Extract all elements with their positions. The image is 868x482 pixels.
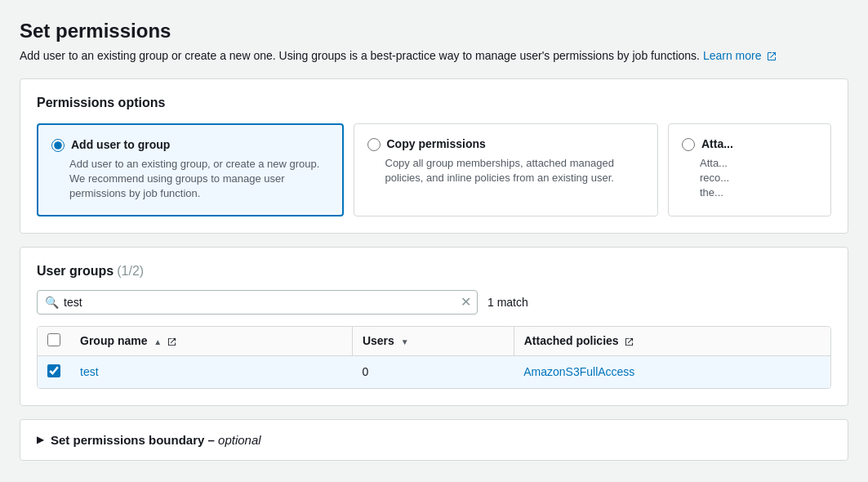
permission-option-header-2: Copy permissions [367,137,645,151]
learn-more-link[interactable]: Learn more [703,49,777,62]
sort-desc-icon: ▼ [401,337,409,346]
td-checkbox [38,355,70,388]
th-attached-policies: Attached policies [514,327,830,356]
permission-option-header-3: Atta... [682,137,817,151]
permission-option-copy-permissions[interactable]: Copy permissions Copy all group membersh… [354,123,659,216]
user-groups-table-container: Group name ▲ Users ▼ Attache [37,326,831,389]
permission-option-attach-policies[interactable]: Atta... Atta...reco...the... [668,123,831,216]
permissions-boundary-title: Set permissions boundary – optional [51,433,261,447]
permission-option-header-1: Add user to group [51,138,329,152]
group-name-link[interactable]: test [80,365,99,378]
user-groups-title: User groups [37,264,114,279]
th-group-name[interactable]: Group name ▲ [70,327,352,356]
user-groups-card: User groups (1/2) 🔍 ✕ 1 match G [20,247,848,406]
permission-option-desc-2: Copy all group memberships, attached man… [385,156,645,185]
policy-link[interactable]: AmazonS3FullAccess [523,365,634,378]
table-row: test 0 AmazonS3FullAccess [38,355,830,388]
user-groups-header: User groups (1/2) [37,264,831,279]
radio-add-to-group[interactable] [51,139,65,152]
user-groups-count: (1/2) [117,264,144,279]
search-clear-button[interactable]: ✕ [461,296,471,309]
search-container: 🔍 ✕ [37,290,478,315]
th-users[interactable]: Users ▼ [352,327,514,356]
search-input[interactable] [37,290,478,315]
permission-option-title-1: Add user to group [71,138,170,151]
user-groups-table: Group name ▲ Users ▼ Attache [38,327,830,388]
external-link-icon [767,51,777,61]
th-group-name-label: Group name [80,334,147,347]
sort-asc-icon: ▲ [154,337,162,346]
row-checkbox[interactable] [47,364,60,377]
permission-option-desc-1: Add user to an existing group, or create… [69,157,329,202]
permission-option-title-3: Atta... [701,137,733,150]
permission-option-add-to-group[interactable]: Add user to group Add user to an existin… [37,123,344,216]
radio-copy-permissions[interactable] [367,138,381,151]
th-users-label: Users [363,334,394,347]
select-all-checkbox[interactable] [47,333,60,346]
search-icon: 🔍 [45,296,59,309]
th-attached-policies-label: Attached policies [524,334,619,347]
external-link-icon-group [167,337,176,346]
td-users: 0 [352,355,514,388]
permissions-options-card: Permissions options Add user to group Ad… [20,78,848,234]
permissions-options-title: Permissions options [37,96,831,110]
th-checkbox [38,327,70,356]
permissions-boundary-card: ▶ Set permissions boundary – optional [20,419,848,461]
permissions-boundary-header[interactable]: ▶ Set permissions boundary – optional [37,433,831,447]
chevron-right-icon: ▶ [37,434,44,445]
user-groups-table-body: test 0 AmazonS3FullAccess [38,355,830,388]
page-title: Set permissions [20,20,848,42]
external-link-icon-policy [625,337,634,346]
search-bar-row: 🔍 ✕ 1 match [37,290,831,315]
td-group-name: test [70,355,352,388]
match-count: 1 match [487,296,528,309]
table-header-row: Group name ▲ Users ▼ Attache [38,327,830,356]
permissions-options-row: Add user to group Add user to an existin… [37,123,831,216]
radio-attach-policies[interactable] [682,138,695,151]
page-subtitle: Add user to an existing group or create … [20,49,848,62]
td-attached-policies: AmazonS3FullAccess [514,355,830,388]
optional-label: optional [218,433,261,447]
permission-option-title-2: Copy permissions [387,137,486,150]
permission-option-desc-3: Atta...reco...the... [700,156,817,201]
